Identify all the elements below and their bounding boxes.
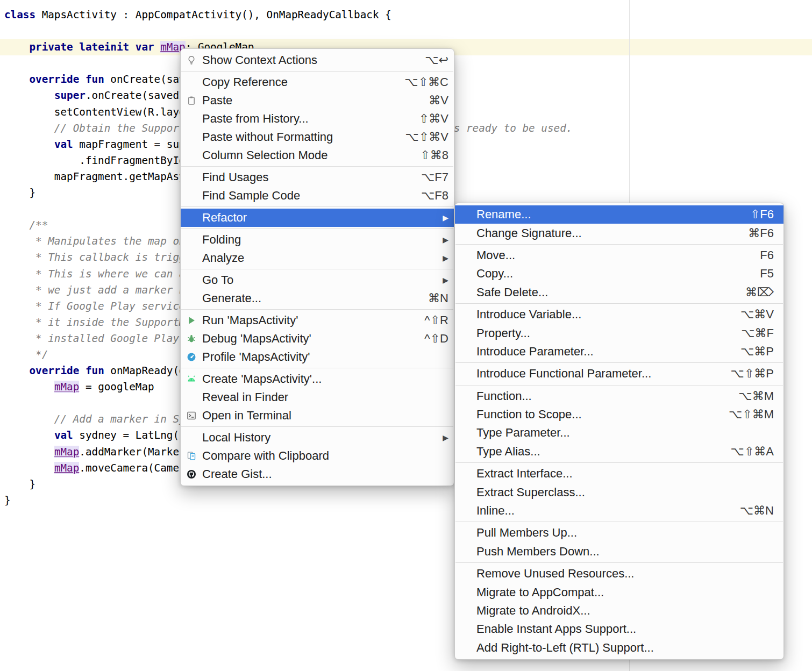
code-comment: */ — [4, 348, 48, 361]
code-text — [73, 41, 80, 53]
menu-item-remove-unused-resources[interactable]: Remove Unused Resources... — [455, 565, 783, 583]
menu-item-shortcut: F5 — [760, 267, 774, 281]
code-line[interactable]: class MapsActivity : AppCompatActivity()… — [4, 7, 622, 23]
code-text — [4, 446, 54, 458]
menu-item-shortcut: ⌥F8 — [421, 189, 448, 203]
menu-separator — [455, 303, 783, 304]
menu-item-label: Local History — [202, 431, 430, 445]
menu-item-open-in-terminal[interactable]: Open in Terminal — [181, 406, 454, 425]
menu-separator — [181, 368, 453, 368]
menu-item-property[interactable]: Property...⌥⌘F — [455, 324, 783, 342]
menu-item-type-parameter[interactable]: Type Parameter... — [455, 424, 783, 442]
menu-item-label: Extract Interface... — [476, 467, 774, 481]
menu-item-extract-interface[interactable]: Extract Interface... — [455, 465, 783, 483]
menu-item-show-context-actions[interactable]: Show Context Actions⌥↩ — [181, 51, 454, 69]
menu-item-add-right-to-left-rtl-support[interactable]: Add Right-to-Left (RTL) Support... — [455, 639, 783, 657]
menu-item-folding[interactable]: Folding▶ — [181, 231, 454, 249]
code-text: MapsActivity : AppCompatActivity(), OnMa… — [35, 9, 391, 21]
menu-item-label: Inline... — [476, 504, 727, 518]
menu-item-introduce-parameter[interactable]: Introduce Parameter...⌥⌘P — [455, 342, 783, 361]
menu-item-label: Run 'MapsActivity' — [202, 313, 411, 327]
menu-separator — [455, 385, 783, 386]
menu-item-shortcut: ⌥↩ — [425, 53, 448, 67]
menu-item-label: Type Parameter... — [476, 426, 774, 440]
menu-separator — [455, 462, 783, 463]
menu-item-rename[interactable]: Rename...⇧F6 — [455, 205, 783, 224]
code-line[interactable] — [4, 23, 622, 39]
menu-item-label: Refactor — [202, 211, 430, 225]
submenu-arrow-icon: ▶ — [443, 433, 448, 442]
menu-item-label: Open in Terminal — [202, 409, 448, 423]
menu-item-label: Change Signature... — [476, 226, 735, 240]
menu-item-label: Generate... — [202, 291, 415, 305]
menu-item-function-to-scope[interactable]: Function to Scope...⌥⇧⌘M — [455, 405, 783, 424]
menu-item-label: Profile 'MapsActivity' — [202, 350, 448, 364]
menu-item-label: Paste without Formatting — [202, 130, 393, 144]
menu-item-paste-from-history[interactable]: Paste from History...⇧⌘V — [181, 110, 454, 128]
menu-item-inline[interactable]: Inline...⌥⌘N — [455, 502, 783, 520]
menu-item-label: Function to Scope... — [476, 408, 716, 422]
menu-separator — [455, 522, 783, 522]
menu-separator — [455, 244, 783, 245]
code-text — [4, 365, 29, 377]
menu-separator — [181, 229, 453, 229]
menu-item-refactor[interactable]: Refactor▶ — [181, 209, 454, 227]
menu-item-profile-mapsactivity[interactable]: Profile 'MapsActivity' — [181, 348, 454, 366]
code-text — [4, 381, 54, 393]
menu-item-label: Introduce Functional Parameter... — [476, 367, 718, 381]
menu-item-function[interactable]: Function...⌥⌘M — [455, 387, 783, 405]
menu-item-move[interactable]: Move...F6 — [455, 246, 783, 265]
menu-item-paste[interactable]: Paste⌘V — [181, 91, 454, 110]
menu-item-label: Rename... — [476, 208, 737, 222]
menu-item-label: Show Context Actions — [202, 53, 412, 67]
menu-item-copy[interactable]: Copy...F5 — [455, 265, 783, 283]
menu-item-label: Extract Superclass... — [476, 486, 774, 499]
menu-separator — [181, 71, 453, 72]
menu-item-local-history[interactable]: Local History▶ — [181, 429, 454, 447]
menu-item-column-selection-mode[interactable]: Column Selection Mode⇧⌘8 — [181, 146, 454, 165]
menu-item-create-mapsactivity[interactable]: Create 'MapsActivity'... — [181, 370, 454, 388]
menu-item-label: Go To — [202, 273, 430, 287]
submenu-arrow-icon: ▶ — [443, 213, 448, 222]
menu-separator — [455, 362, 783, 363]
menu-item-introduce-functional-parameter[interactable]: Introduce Functional Parameter...⌥⇧⌘P — [455, 365, 783, 383]
menu-item-shortcut: ⌥⇧⌘P — [731, 367, 774, 381]
menu-item-create-gist[interactable]: Create Gist... — [181, 465, 454, 483]
code-keyword: private — [29, 41, 73, 53]
code-keyword: super — [54, 89, 86, 102]
menu-item-introduce-variable[interactable]: Introduce Variable...⌥⌘V — [455, 305, 783, 324]
menu-item-migrate-to-appcompat[interactable]: Migrate to AppCompat... — [455, 583, 783, 601]
menu-item-enable-instant-apps-support[interactable]: Enable Instant Apps Support... — [455, 620, 783, 638]
menu-item-debug-mapsactivity[interactable]: Debug 'MapsActivity'^⇧D — [181, 330, 454, 348]
menu-item-paste-without-formatting[interactable]: Paste without Formatting⌥⇧⌘V — [181, 128, 454, 146]
menu-item-label: Column Selection Mode — [202, 148, 407, 162]
menu-item-shortcut: ⌘F6 — [748, 226, 774, 240]
menu-item-find-sample-code[interactable]: Find Sample Code⌥F8 — [181, 187, 454, 205]
menu-item-go-to[interactable]: Go To▶ — [181, 271, 454, 289]
menu-item-type-alias[interactable]: Type Alias...⌥⇧⌘A — [455, 442, 783, 461]
code-keyword: fun — [86, 73, 104, 85]
code-field-highlight: mMap — [54, 446, 79, 458]
menu-item-reveal-in-finder[interactable]: Reveal in Finder — [181, 388, 454, 406]
menu-item-change-signature[interactable]: Change Signature...⌘F6 — [455, 224, 783, 242]
menu-item-label: Enable Instant Apps Support... — [476, 622, 774, 636]
menu-item-pull-members-up[interactable]: Pull Members Up... — [455, 524, 783, 542]
menu-item-copy-reference[interactable]: Copy Reference⌥⇧⌘C — [181, 73, 454, 91]
menu-item-shortcut: ⌘V — [429, 94, 448, 108]
menu-item-push-members-down[interactable]: Push Members Down... — [455, 542, 783, 561]
menu-item-find-usages[interactable]: Find Usages⌥F7 — [181, 168, 454, 187]
menu-item-run-mapsactivity[interactable]: Run 'MapsActivity'^⇧R — [181, 311, 454, 330]
menu-item-shortcut: ⌥⇧⌘A — [731, 445, 774, 459]
menu-item-analyze[interactable]: Analyze▶ — [181, 249, 454, 267]
menu-item-label: Find Usages — [202, 170, 408, 184]
menu-item-label: Migrate to AppCompat... — [476, 586, 774, 599]
menu-item-safe-delete[interactable]: Safe Delete...⌘⌦ — [455, 283, 783, 302]
code-text — [4, 462, 54, 474]
editor-context-menu: Show Context Actions⌥↩Copy Reference⌥⇧⌘C… — [180, 48, 454, 486]
menu-item-compare-with-clipboard[interactable]: Compare with Clipboard — [181, 447, 454, 465]
menu-item-generate[interactable]: Generate...⌘N — [181, 289, 454, 308]
menu-item-migrate-to-androidx[interactable]: Migrate to AndroidX... — [455, 602, 783, 620]
menu-item-extract-superclass[interactable]: Extract Superclass... — [455, 483, 783, 501]
menu-item-shortcut: ⌥⇧⌘C — [404, 75, 448, 89]
code-text — [4, 138, 54, 151]
